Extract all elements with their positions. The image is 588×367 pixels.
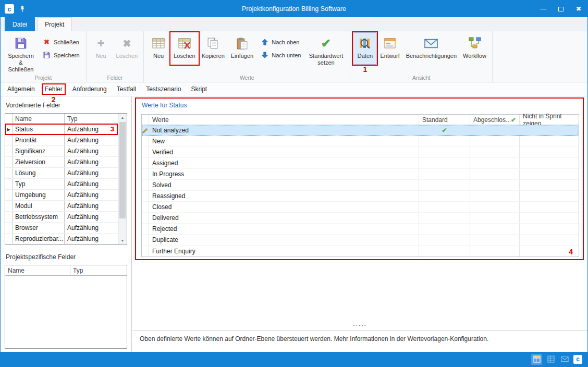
kopieren-button[interactable]: Kopieren [199,32,228,65]
statusbar-logo-icon[interactable]: c [573,355,582,364]
value-cell[interactable]: Not analyzed [149,125,419,136]
sprint-cell[interactable] [520,125,579,136]
pin-icon[interactable] [19,5,26,13]
field-typ-cell[interactable]: Aufzählung [65,157,118,167]
value-row[interactable]: Rejected [142,224,579,235]
value-row[interactable]: Delivered [142,213,579,224]
standard-cell[interactable] [419,224,470,234]
field-name-cell[interactable]: Browser [13,223,65,233]
field-name-cell[interactable]: Reproduzierbar... [13,234,65,244]
value-cell[interactable]: Assigned [149,158,419,168]
abgeschlossen-cell[interactable] [470,191,520,201]
value-row[interactable]: Duplicate [142,235,579,246]
standard-cell[interactable] [419,213,470,223]
value-row[interactable]: Further Enquiry [142,246,579,256]
value-row[interactable]: In Progress [142,169,579,180]
abgeschlossen-cell[interactable] [470,180,520,190]
value-cell[interactable]: New [149,136,419,146]
standard-cell[interactable] [419,235,470,245]
standard-cell[interactable] [419,180,470,190]
standard-cell[interactable] [419,169,470,179]
werte-neu-button[interactable]: Neu [146,32,170,65]
field-row[interactable]: Priorität Aufzählung [5,135,118,146]
daten-button[interactable]: 1 Daten [353,32,377,65]
save-button[interactable]: Speichern [40,50,82,60]
standard-cell[interactable] [419,202,470,212]
abgeschlossen-cell[interactable] [470,158,520,168]
field-typ-cell[interactable]: Aufzählung [65,234,118,244]
sprint-cell[interactable] [520,169,579,179]
field-typ-cell[interactable]: Aufzählung [65,168,118,178]
value-cell[interactable]: Rejected [149,224,419,234]
abgeschlossen-cell[interactable] [470,202,520,212]
sprint-cell[interactable] [520,158,579,168]
field-typ-cell[interactable]: Aufzählung [65,135,118,145]
value-row[interactable]: Solved [142,180,579,191]
value-row[interactable]: Assigned [142,158,579,169]
save-and-close-button[interactable]: Speichern & Schließen [3,32,39,75]
maximize-button[interactable] [552,1,570,17]
abgeschlossen-cell[interactable] [470,136,520,146]
minimize-button[interactable]: — [534,1,552,17]
field-row[interactable]: Browser Aufzählung [5,223,118,234]
field-name-cell[interactable]: Betriebssystem [13,212,65,222]
value-cell[interactable]: Further Enquiry [149,246,419,256]
sprint-cell[interactable] [520,136,579,146]
field-name-cell[interactable]: Status [13,124,65,134]
column-header-name[interactable]: Name [13,114,65,124]
scrollbar-thumb[interactable] [119,122,126,218]
value-cell[interactable]: In Progress [149,169,419,179]
sprint-cell[interactable] [520,246,579,256]
benachrichtigungen-button[interactable]: Benachrichtigungen [403,32,460,65]
felder-loeschen-button[interactable]: ✖ Löschen [113,32,141,65]
field-typ-cell[interactable]: Aufzählung [65,201,118,211]
field-row[interactable]: Umgebung Aufzählung [5,190,118,201]
standard-cell[interactable] [419,191,470,201]
field-name-cell[interactable]: Lösung [13,168,65,178]
abgeschlossen-cell[interactable] [470,125,520,136]
column-header-werte[interactable]: Werte [149,115,419,125]
statusbar-grid-active-icon[interactable] [531,354,542,365]
field-row-status[interactable]: 3 ▶ Status Aufzählung [5,124,118,135]
standardwert-setzen-button[interactable]: ✔ Standardwert setzen [304,32,347,68]
felder-neu-button[interactable]: + Neu [89,32,113,65]
einfuegen-button[interactable]: Einfügen [228,32,256,65]
field-name-cell[interactable]: Modul [13,201,65,211]
column-header-sprint[interactable]: Nicht in Sprint zeigen [520,115,579,125]
sprint-cell[interactable] [520,235,579,245]
sprint-cell[interactable] [520,202,579,212]
column-header-typ[interactable]: Typ [70,265,127,275]
scroll-down-icon[interactable]: ▼ [118,237,127,244]
nach-oben-button[interactable]: Nach oben [258,36,303,47]
standard-cell[interactable] [419,158,470,168]
field-typ-cell[interactable]: Aufzählung [65,190,118,200]
field-row[interactable]: Typ Aufzählung [5,179,118,190]
field-name-cell[interactable]: Priorität [13,135,65,145]
value-cell[interactable]: Duplicate [149,235,419,245]
workflow-button[interactable]: Workflow [460,32,489,65]
close-project-button[interactable]: ✖ Schließen [40,36,82,47]
abgeschlossen-cell[interactable] [470,224,520,234]
entwurf-button[interactable]: Entwurf [377,32,402,65]
app-logo-icon[interactable]: c [5,4,14,14]
standard-cell[interactable] [419,136,470,146]
tab-fehler[interactable]: Fehler 2 [43,84,64,94]
field-name-cell[interactable]: Signifikanz [13,146,65,156]
abgeschlossen-cell[interactable] [470,246,520,256]
value-row[interactable]: New [142,136,579,147]
value-cell[interactable]: Solved [149,180,419,190]
scroll-up-icon[interactable]: ▲ [118,114,127,121]
value-row[interactable]: Verified [142,147,579,158]
sprint-cell[interactable] [520,224,579,234]
column-header-standard[interactable]: Standard [419,115,470,125]
value-row[interactable]: Reassigned [142,191,579,202]
abgeschlossen-cell[interactable] [470,213,520,223]
abgeschlossen-cell[interactable] [470,169,520,179]
field-typ-cell[interactable]: Aufzählung [65,179,118,189]
werte-loeschen-button[interactable]: Löschen [170,32,199,65]
abgeschlossen-cell[interactable] [470,235,520,245]
value-cell[interactable]: Verified [149,147,419,157]
column-header-name[interactable]: Name [5,265,70,275]
value-cell[interactable]: Delivered [149,213,419,223]
field-typ-cell[interactable]: Aufzählung [65,124,118,134]
